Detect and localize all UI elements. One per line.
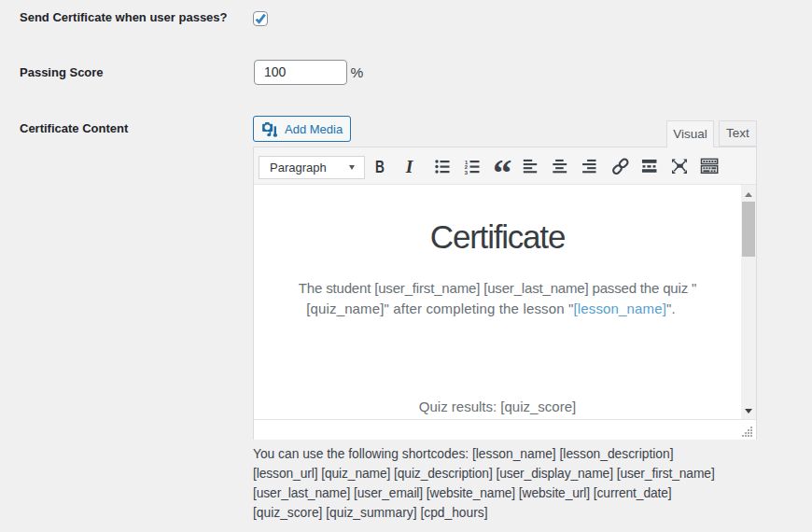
svg-text:3: 3: [464, 170, 468, 175]
